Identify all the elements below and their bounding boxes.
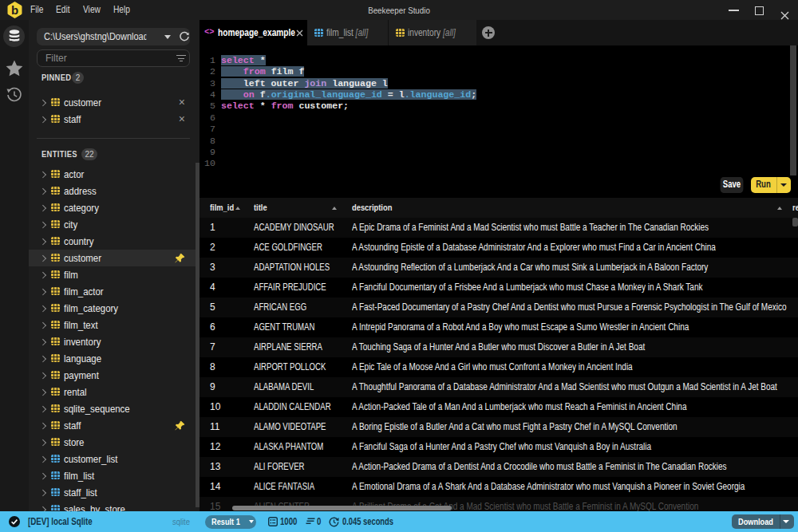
svg-text:b: b <box>11 3 18 17</box>
